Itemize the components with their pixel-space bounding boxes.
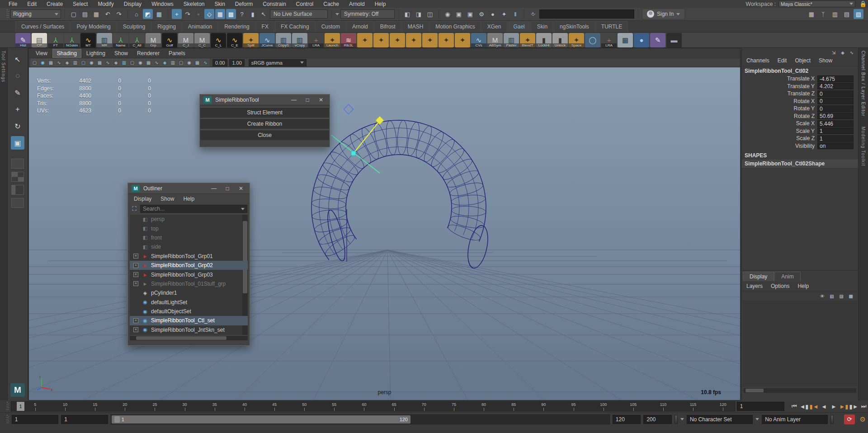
channel-box-menu-edit[interactable]: Edit: [774, 56, 791, 65]
menu-skeleton[interactable]: Skeleton: [179, 0, 210, 8]
channel-value-field[interactable]: 1: [817, 135, 854, 142]
step-back-frame-button[interactable]: ◄▮: [800, 402, 808, 411]
time-slider-track[interactable]: 1 51015202530354045505560657075808590951…: [11, 401, 735, 411]
shelf-item-jcurve[interactable]: ∿JCurve: [259, 33, 275, 47]
channel-value-field[interactable]: 50.69: [817, 113, 854, 119]
shelf-item-blendt[interactable]: ✦BlendT: [520, 33, 535, 47]
horizontal-scrollbar[interactable]: [744, 388, 856, 393]
hyperbolic-icon[interactable]: ∿: [848, 49, 855, 56]
hypershade-icon[interactable]: ●: [488, 9, 498, 19]
shelf-tab-arnold[interactable]: Arnold: [346, 21, 374, 32]
shelf-item-mr[interactable]: ▥MR: [97, 33, 112, 47]
new-anim-layer-icon[interactable]: ▩: [847, 293, 854, 299]
workspace-select[interactable]: Maya Classic*: [778, 0, 855, 7]
wireframe-icon[interactable]: ▦: [145, 59, 152, 66]
expand-icon[interactable]: +: [133, 281, 138, 286]
window-titlebar[interactable]: M Outliner — □ ✕: [128, 183, 250, 194]
shelf-item-lockhi[interactable]: ▮LockHi: [536, 33, 552, 47]
outliner-menu-display[interactable]: Display: [130, 195, 156, 203]
select-tool[interactable]: ↖: [11, 52, 24, 66]
shelf-item-lra[interactable]: +LRA: [601, 33, 617, 47]
outliner-item-defaultobjectset[interactable]: ◉defaultObjectSet: [130, 307, 248, 316]
create-ribbon-button[interactable]: Create Ribbon: [200, 118, 329, 129]
snap-projected-center-icon[interactable]: ◇: [204, 9, 214, 19]
shelf-item-launch[interactable]: ✦Launch: [325, 33, 340, 47]
shelf-item-ft[interactable]: ⅄FT: [48, 33, 63, 47]
shelf-tab-rigging[interactable]: Rigging: [151, 21, 182, 32]
shelf-item-copys[interactable]: ▥CopyS: [276, 33, 291, 47]
animation-start-field[interactable]: 1: [12, 415, 58, 424]
shelf-tab-custom[interactable]: Custom: [316, 21, 346, 32]
lock-selection-icon[interactable]: ▮: [248, 9, 258, 19]
new-empty-layer-icon[interactable]: ▧: [828, 293, 835, 299]
select-hierarchy-icon[interactable]: ⌂: [132, 9, 142, 19]
shelf-item-c_c[interactable]: MC_C: [194, 33, 210, 47]
weight-slider[interactable]: [830, 415, 834, 424]
step-forward-frame-button[interactable]: ▮►: [849, 402, 858, 411]
layer-editor-menu-help[interactable]: Help: [794, 282, 812, 290]
toggle-channel-box-icon[interactable]: ▧: [854, 9, 863, 19]
shelf-item-c_j[interactable]: MC_J: [178, 33, 193, 47]
menu-windows[interactable]: Windows: [146, 0, 179, 8]
new-layer-selected-icon[interactable]: ▨: [838, 293, 845, 299]
tab-modeling-toolkit[interactable]: Modeling Toolkit: [860, 124, 867, 169]
channel-value-field[interactable]: 0: [817, 90, 854, 97]
bookmarks-icon[interactable]: ∿: [55, 59, 63, 66]
render-view-icon[interactable]: ◉: [443, 9, 453, 19]
shelf-item-slate-40[interactable]: ▬: [666, 33, 682, 47]
output-operations-icon[interactable]: ◨: [414, 9, 424, 19]
shelf-item-hist[interactable]: ✎Hist: [15, 33, 31, 47]
viewport-menu-panels[interactable]: Panels: [165, 49, 189, 57]
layout-outliner-persp-button[interactable]: [11, 198, 24, 208]
struct-element-button[interactable]: Struct Element: [200, 107, 329, 118]
menu-skin[interactable]: Skin: [210, 0, 230, 8]
image-plane-icon[interactable]: ◈: [63, 59, 71, 66]
camera-attributes-icon[interactable]: ▦: [47, 59, 55, 66]
make-live-icon[interactable]: ▩: [226, 9, 236, 19]
shelf-item-space[interactable]: ✦Space: [569, 33, 584, 47]
toggle-humanik-icon[interactable]: ᛉ: [818, 9, 828, 19]
smooth-shade-icon[interactable]: ∿: [153, 59, 160, 66]
grid-toggle-icon[interactable]: ◉: [88, 59, 95, 66]
gamma-field[interactable]: 1.00: [229, 59, 244, 66]
go-to-end-button[interactable]: ⏭: [859, 402, 868, 411]
channel-box-menu-channels[interactable]: Channels: [743, 56, 773, 65]
use-default-material-icon[interactable]: ▥: [169, 59, 177, 66]
maximize-button[interactable]: □: [302, 97, 312, 103]
safe-action-icon[interactable]: ▢: [128, 59, 136, 66]
lock-camera-icon[interactable]: ◉: [39, 59, 47, 66]
step-back-key-button[interactable]: ▮◄: [810, 402, 818, 411]
auto-keyframe-toggle[interactable]: ⟳: [844, 414, 854, 424]
menu-set-select[interactable]: Rigging: [10, 9, 61, 19]
shelf-item-cp[interactable]: ▤CP: [32, 33, 47, 47]
render-settings-icon[interactable]: ⚙: [476, 9, 486, 19]
undo-icon[interactable]: ↶: [103, 9, 113, 19]
layout-four-pane-button[interactable]: [11, 172, 24, 182]
outliner-item-simpleribbontool_grp01[interactable]: +►SimpleRibbonTool_Grp01: [130, 252, 248, 261]
playback-speed-slider[interactable]: [675, 415, 678, 424]
go-to-start-button[interactable]: ⏮: [790, 402, 798, 411]
shelf-item-grid-37[interactable]: ▦: [618, 33, 633, 47]
2d-pan-zoom-icon[interactable]: ▥: [71, 59, 79, 66]
shadows-icon[interactable]: ▢: [177, 59, 185, 66]
outliner-item-simpleribbontool_ctl_set[interactable]: +◉SimpleRibbonTool_Ctl_set: [130, 316, 248, 325]
toggle-modeling-toolkit-icon[interactable]: ▦: [807, 9, 816, 19]
shelf-item-gold-27[interactable]: ✦: [455, 33, 470, 47]
status-grip[interactable]: [6, 9, 9, 19]
current-frame-marker[interactable]: 1: [17, 402, 24, 411]
viewport-menu-view[interactable]: View: [32, 49, 52, 57]
layer-editor-tab-anim[interactable]: Anim: [774, 272, 800, 281]
exposure-field[interactable]: 0.00: [212, 59, 227, 66]
highlight-selection-icon[interactable]: ↖: [259, 9, 269, 19]
menu-edit[interactable]: Edit: [22, 0, 42, 8]
multisample-icon[interactable]: ∿: [202, 59, 209, 66]
horizontal-scrollbar[interactable]: [130, 336, 248, 340]
shelf-tab-mash[interactable]: MASH: [402, 21, 429, 32]
shelf-item-gold-22[interactable]: ✦: [373, 33, 389, 47]
ambient-occlusion-icon[interactable]: ◉: [185, 59, 193, 66]
shelf-tab-rendering[interactable]: Rendering: [218, 21, 255, 32]
menu-create[interactable]: Create: [42, 0, 68, 8]
shelf-item-sphere-38[interactable]: ●: [634, 33, 649, 47]
shelf-item-gold-24[interactable]: ✦: [406, 33, 421, 47]
menu-arnold[interactable]: Arnold: [344, 0, 370, 8]
